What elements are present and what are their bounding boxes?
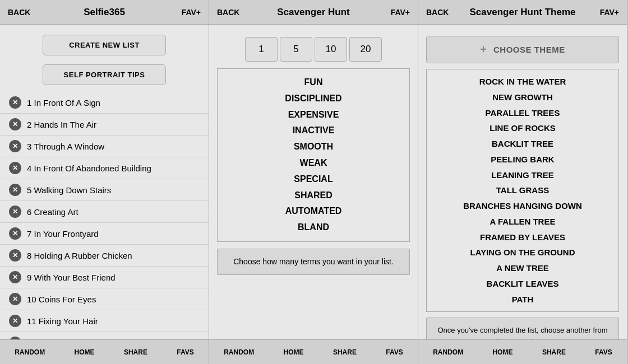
number-btn-10[interactable]: 10 xyxy=(315,37,347,62)
bottom-bar-p1: RANDOMHOMESHAREFAVS xyxy=(0,339,209,364)
info-text: Once you've completed the list, choose a… xyxy=(437,326,607,339)
remove-item-button[interactable]: ✕ xyxy=(9,227,21,240)
theme-item[interactable]: A NEW TREE xyxy=(429,260,616,276)
number-btn-1[interactable]: 1 xyxy=(245,37,278,62)
back-button-p1[interactable]: BACK xyxy=(8,8,36,17)
term-item: SMOOTH xyxy=(223,139,404,155)
nav-share-p2[interactable]: SHARE xyxy=(333,348,357,356)
bottom-bar-p3: RANDOMHOMESHAREFAVS xyxy=(418,339,627,364)
theme-item[interactable]: BACKLIT TREE xyxy=(429,136,616,152)
content-theme: + CHOOSE THEME ROCK IN THE WATERNEW GROW… xyxy=(418,25,627,339)
theme-item[interactable]: FRAMED BY LEAVES xyxy=(429,230,616,245)
top-bar-selfie365: BACK Selfie365 FAV+ xyxy=(0,0,209,25)
theme-item[interactable]: PATH xyxy=(429,292,616,307)
theme-item[interactable]: PARALLEL TREES xyxy=(429,105,616,121)
list-item[interactable]: ✕ 11 Fixing Your Hair xyxy=(0,310,209,332)
nav-random-p2[interactable]: RANDOM xyxy=(224,348,254,356)
remove-item-button[interactable]: ✕ xyxy=(9,315,21,327)
remove-item-button[interactable]: ✕ xyxy=(9,118,21,130)
self-portrait-tips-button[interactable]: SELF PORTRAIT TIPS xyxy=(43,64,166,85)
term-item: AUTOMATED xyxy=(223,203,404,220)
theme-item[interactable]: PEELING BARK xyxy=(429,152,616,167)
number-btn-20[interactable]: 20 xyxy=(349,37,382,62)
list-item[interactable]: ✕ 12 Jumping Up And Down xyxy=(0,332,209,339)
list-item-label: 5 Walking Down Stairs xyxy=(27,185,111,195)
list-item[interactable]: ✕ 5 Walking Down Stairs xyxy=(0,179,209,201)
theme-item[interactable]: ROCK IN THE WATER xyxy=(429,74,616,90)
remove-item-button[interactable]: ✕ xyxy=(9,249,21,262)
nav-home-p1[interactable]: HOME xyxy=(75,348,95,356)
term-item: INACTIVE xyxy=(223,123,404,139)
back-button-p3[interactable]: BACK xyxy=(426,8,454,17)
hint-box: Choose how many terms you want in your l… xyxy=(217,249,410,275)
remove-item-button[interactable]: ✕ xyxy=(9,162,21,174)
list-item-label: 4 In Front Of Abandoned Building xyxy=(27,164,151,173)
terms-list: FUNDISCIPLINEDEXPENSIVEINACTIVESMOOTHWEA… xyxy=(217,68,410,242)
choose-theme-label: CHOOSE THEME xyxy=(493,45,565,54)
fav-button-p1[interactable]: FAV+ xyxy=(173,8,201,17)
fav-button-p2[interactable]: FAV+ xyxy=(382,8,410,17)
list-item[interactable]: ✕ 6 Creating Art xyxy=(0,201,209,223)
panel-theme: BACK Scavenger Hunt Theme FAV+ + CHOOSE … xyxy=(418,0,627,364)
theme-item[interactable]: TALL GRASS xyxy=(429,183,616,198)
list-item[interactable]: ✕ 3 Through A Window xyxy=(0,136,209,157)
list-item-label: 3 Through A Window xyxy=(27,142,104,151)
info-box: Once you've completed the list, choose a… xyxy=(426,318,619,339)
list-item-label: 8 Holding A Rubber Chicken xyxy=(27,251,132,260)
fav-button-p3[interactable]: FAV+ xyxy=(591,8,619,17)
list-item-label: 9 With Your Best Friend xyxy=(27,273,116,282)
back-button-p2[interactable]: BACK xyxy=(217,8,245,17)
nav-favs-p1[interactable]: FAVS xyxy=(177,348,193,356)
top-bar-theme: BACK Scavenger Hunt Theme FAV+ xyxy=(418,0,627,25)
nav-favs-p3[interactable]: FAVS xyxy=(595,348,612,356)
remove-item-button[interactable]: ✕ xyxy=(9,271,21,283)
list-item-label: 2 Hands In The Air xyxy=(27,120,96,129)
list-item[interactable]: ✕ 4 In Front Of Abandoned Building xyxy=(0,157,209,179)
panel-scavenger-hunt: BACK Scavenger Hunt FAV+ 151020 FUNDISCI… xyxy=(209,0,418,364)
title-theme: Scavenger Hunt Theme xyxy=(454,7,591,18)
list-item-label: 11 Fixing Your Hair xyxy=(27,316,98,326)
choose-theme-button[interactable]: + CHOOSE THEME xyxy=(426,36,619,63)
selfie-list: ✕ 1 In Front Of A Sign ✕ 2 Hands In The … xyxy=(0,92,209,339)
top-bar-scavenger: BACK Scavenger Hunt FAV+ xyxy=(209,0,418,25)
theme-item[interactable]: BACKLIT LEAVES xyxy=(429,276,616,292)
theme-item[interactable]: LINE OF ROCKS xyxy=(429,120,616,136)
content-scavenger: 151020 FUNDISCIPLINEDEXPENSIVEINACTIVESM… xyxy=(209,25,418,339)
term-item: FUN xyxy=(223,74,404,91)
term-item: DISCIPLINED xyxy=(223,91,404,107)
list-item[interactable]: ✕ 2 Hands In The Air xyxy=(0,114,209,136)
nav-share-p1[interactable]: SHARE xyxy=(124,348,147,356)
list-item[interactable]: ✕ 10 Coins For Eyes xyxy=(0,288,209,310)
nav-share-p3[interactable]: SHARE xyxy=(542,348,566,356)
panel-selfie365: BACK Selfie365 FAV+ CREATE NEW LIST SELF… xyxy=(0,0,209,364)
plus-icon: + xyxy=(480,43,487,56)
term-item: EXPENSIVE xyxy=(223,107,404,123)
list-item[interactable]: ✕ 7 In Your Frontyard xyxy=(0,223,209,245)
list-item[interactable]: ✕ 8 Holding A Rubber Chicken xyxy=(0,245,209,267)
list-item-label: 10 Coins For Eyes xyxy=(27,295,96,304)
nav-home-p2[interactable]: HOME xyxy=(284,348,304,356)
nav-random-p1[interactable]: RANDOM xyxy=(15,348,45,356)
term-item: SPECIAL xyxy=(223,171,404,188)
theme-list: ROCK IN THE WATERNEW GROWTHPARALLEL TREE… xyxy=(426,69,619,312)
list-item[interactable]: ✕ 1 In Front Of A Sign xyxy=(0,92,209,114)
theme-item[interactable]: BRANCHES HANGING DOWN xyxy=(429,198,616,214)
theme-item[interactable]: A FALLEN TREE xyxy=(429,214,616,230)
theme-item[interactable]: LEANING TREE xyxy=(429,167,616,183)
remove-item-button[interactable]: ✕ xyxy=(9,184,21,196)
number-btn-5[interactable]: 5 xyxy=(280,37,312,62)
theme-item[interactable]: LAYING ON THE GROUND xyxy=(429,245,616,260)
list-item[interactable]: ✕ 9 With Your Best Friend xyxy=(0,267,209,288)
nav-random-p3[interactable]: RANDOM xyxy=(433,348,463,356)
remove-item-button[interactable]: ✕ xyxy=(9,293,21,305)
remove-item-button[interactable]: ✕ xyxy=(9,96,21,109)
nav-favs-p2[interactable]: FAVS xyxy=(386,348,403,356)
hint-text: Choose how many terms you want in your l… xyxy=(233,257,394,266)
number-selector: 151020 xyxy=(245,37,382,62)
remove-item-button[interactable]: ✕ xyxy=(9,140,21,152)
list-item-label: 6 Creating Art xyxy=(27,207,78,217)
remove-item-button[interactable]: ✕ xyxy=(9,206,21,218)
theme-item[interactable]: NEW GROWTH xyxy=(429,90,616,105)
nav-home-p3[interactable]: HOME xyxy=(493,348,513,356)
create-new-list-button[interactable]: CREATE NEW LIST xyxy=(43,35,166,55)
